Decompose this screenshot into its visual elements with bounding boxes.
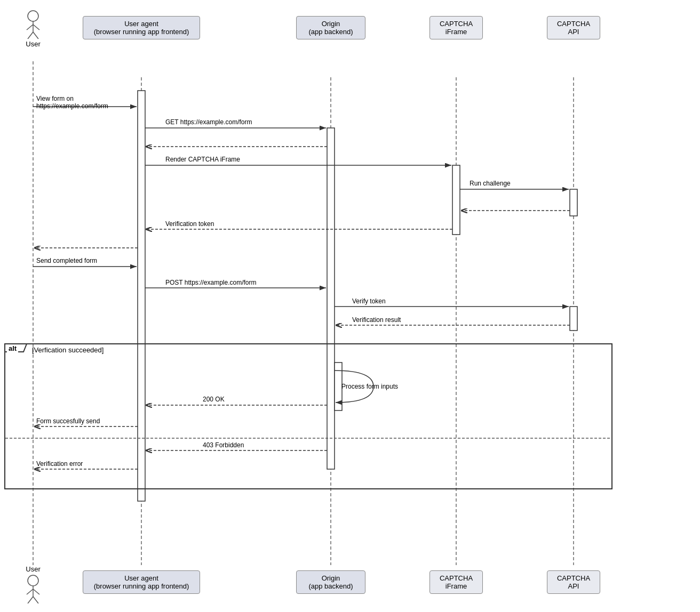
actor-user-agent-top: User agent(browser running app frontend) (83, 16, 200, 39)
actor-captcha-iframe-bottom: CAPTCHAiFrame (429, 570, 483, 594)
svg-point-32 (28, 11, 38, 21)
sequence-diagram: User User agent(browser running app fron… (0, 0, 700, 612)
user-figure-top (22, 10, 44, 39)
msg-verify-token-label: Verify token (352, 297, 386, 305)
msg-verification-error-label: Verification error (36, 460, 83, 468)
svg-rect-9 (452, 165, 460, 235)
svg-rect-30 (5, 344, 612, 489)
msg-verification-token-label: Verification token (165, 220, 214, 228)
actor-captcha-iframe-top-label: CAPTCHAiFrame (440, 20, 473, 36)
diagram-svg (0, 0, 700, 612)
svg-point-38 (28, 575, 38, 586)
msg-403-label: 403 Forbidden (203, 441, 244, 449)
actor-origin-bottom-label: Origin(app backend) (308, 574, 353, 590)
msg-get-label: GET https://example.com/form (165, 118, 252, 126)
svg-line-37 (33, 32, 38, 39)
actor-user-bottom: User (17, 565, 49, 603)
actor-captcha-iframe-bottom-label: CAPTCHAiFrame (440, 574, 473, 590)
svg-line-35 (33, 25, 39, 30)
msg-form-success-label: Form succesfully send (36, 417, 100, 425)
svg-line-42 (28, 597, 33, 603)
msg-send-form-label: Send completed form (36, 257, 97, 264)
msg-200ok-label: 200 OK (203, 396, 225, 403)
msg-render-label: Render CAPTCHA iFrame (165, 156, 240, 163)
svg-rect-8 (327, 128, 335, 469)
svg-rect-7 (138, 91, 145, 501)
alt-label: alt (7, 344, 18, 352)
actor-captcha-api-bottom-label: CAPTCHAAPI (557, 574, 590, 590)
actor-user-agent-bottom: User agent(browser running app frontend) (83, 570, 200, 594)
actor-origin-top: Origin(app backend) (296, 16, 365, 39)
svg-line-34 (27, 25, 33, 30)
actor-user-top: User (17, 10, 49, 48)
msg-verification-result-label: Verification result (352, 316, 401, 324)
msg-process-form-label: Process form inputs (341, 383, 398, 390)
svg-line-43 (33, 597, 38, 603)
msg-view-form-label: View form onhttps://example.com/form (36, 95, 108, 110)
alt-condition: [Verfication succeeded] (32, 346, 104, 354)
actor-captcha-api-top-label: CAPTCHAAPI (557, 20, 590, 36)
actor-user-bottom-label: User (17, 565, 49, 573)
msg-run-challenge-label: Run challenge (470, 180, 511, 187)
actor-captcha-iframe-top: CAPTCHAiFrame (429, 16, 483, 39)
actor-origin-bottom: Origin(app backend) (296, 570, 365, 594)
actor-user-agent-top-label: User agent(browser running app frontend) (94, 20, 189, 36)
svg-line-36 (28, 32, 33, 39)
msg-post-label: POST https://example.com/form (165, 279, 257, 286)
svg-rect-11 (570, 307, 577, 331)
svg-rect-12 (335, 363, 342, 410)
actor-user-agent-bottom-label: User agent(browser running app frontend) (94, 574, 189, 590)
actor-captcha-api-top: CAPTCHAAPI (547, 16, 600, 39)
svg-line-41 (33, 589, 39, 594)
actor-origin-top-label: Origin(app backend) (308, 20, 353, 36)
user-figure-bottom (22, 574, 44, 603)
svg-line-40 (27, 589, 33, 594)
actor-captcha-api-bottom: CAPTCHAAPI (547, 570, 600, 594)
svg-rect-10 (570, 189, 577, 216)
actor-user-top-label: User (17, 40, 49, 48)
